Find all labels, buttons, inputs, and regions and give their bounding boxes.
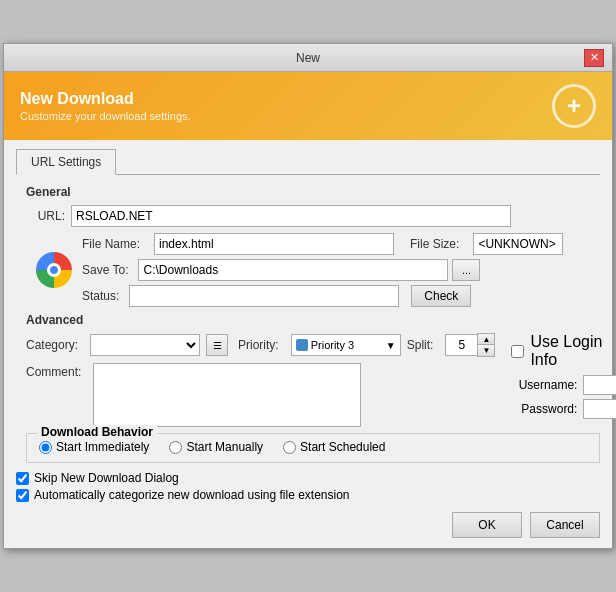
url-input[interactable] [71,205,511,227]
chrome-icon [36,252,72,288]
priority-select-wrapper[interactable]: Priority 3 ▼ [291,334,401,356]
use-login-label: Use Login Info [530,333,616,369]
bottom-checks: Skip New Download Dialog Automatically c… [16,471,600,502]
saveto-row: Save To: ... [82,259,563,281]
general-label: General [26,185,600,199]
saveto-label: Save To: [82,263,134,277]
ok-button[interactable]: OK [452,512,522,538]
download-behavior-section: Download Behavior Start Immediately Star… [26,433,600,463]
category-icon-button[interactable]: ☰ [206,334,228,356]
priority-chevron: ▼ [386,340,396,351]
url-label: URL: [36,209,71,223]
content-area: URL Settings General URL: File Name: [4,140,612,548]
file-details: File Name: File Size: Save To: ... Statu… [82,233,563,307]
radio-group: Start Immediately Start Manually Start S… [39,440,587,454]
header-subtitle: Customize your download settings. [20,110,191,122]
auto-categorize-row[interactable]: Automatically categorize new download us… [16,488,600,502]
radio-manually[interactable]: Start Manually [169,440,263,454]
radio-scheduled[interactable]: Start Scheduled [283,440,385,454]
category-label: Category: [26,338,84,352]
download-behavior-label: Download Behavior [37,425,157,439]
comment-textarea[interactable] [93,363,361,427]
login-panel: Use Login Info Accounts... Username: Pas… [511,333,616,423]
filesize-label: File Size: [410,237,465,251]
browse-button[interactable]: ... [452,259,480,281]
tab-bar: URL Settings [16,148,600,175]
header-text: New Download Customize your download set… [20,90,191,122]
title-bar: New ✕ [4,44,612,72]
skip-dialog-checkbox[interactable] [16,472,29,485]
comment-row: Comment: [26,363,495,427]
cat-priority-row: Category: ☰ Priority: Priority 3 ▼ Split… [26,333,495,357]
radio-immediately-label: Start Immediately [56,440,149,454]
url-row: URL: [36,205,600,227]
comment-label: Comment: [26,363,87,379]
username-label: Username: [511,378,583,392]
header-banner: New Download Customize your download set… [4,72,612,140]
skip-dialog-label: Skip New Download Dialog [34,471,179,485]
split-spinner: ▲ ▼ [477,333,495,357]
radio-scheduled-input[interactable] [283,441,296,454]
saveto-input[interactable] [138,259,448,281]
priority-label: Priority: [238,338,285,352]
status-row: Status: Check [82,285,563,307]
split-label: Split: [407,338,440,352]
general-section: General URL: File Name: File Size: [16,185,600,307]
radio-manually-input[interactable] [169,441,182,454]
priority-color-dot [296,339,308,351]
header-title: New Download [20,90,191,108]
radio-scheduled-label: Start Scheduled [300,440,385,454]
check-button[interactable]: Check [411,285,471,307]
status-label: Status: [82,289,125,303]
window-title: New [32,51,584,65]
auto-categorize-checkbox[interactable] [16,489,29,502]
radio-manually-label: Start Manually [186,440,263,454]
advanced-section: Advanced Category: ☰ Priority: Priority … [16,313,600,427]
file-row: File Name: File Size: Save To: ... Statu… [36,233,600,307]
username-input[interactable] [583,375,616,395]
header-add-icon: + [552,84,596,128]
username-row: Username: [511,375,616,395]
radio-immediately[interactable]: Start Immediately [39,440,149,454]
category-select[interactable] [90,334,200,356]
split-input-wrapper: ▲ ▼ [445,333,495,357]
split-down-button[interactable]: ▼ [478,345,494,356]
password-input[interactable] [583,399,616,419]
radio-immediately-input[interactable] [39,441,52,454]
split-up-button[interactable]: ▲ [478,334,494,345]
cancel-button[interactable]: Cancel [530,512,600,538]
filename-row: File Name: File Size: [82,233,563,255]
password-row: Password: [511,399,616,419]
close-button[interactable]: ✕ [584,49,604,67]
main-window: New ✕ New Download Customize your downlo… [3,43,613,549]
use-login-checkbox[interactable] [511,345,524,358]
auto-categorize-label: Automatically categorize new download us… [34,488,350,502]
advanced-row: Category: ☰ Priority: Priority 3 ▼ Split… [26,333,600,427]
password-label: Password: [511,402,583,416]
skip-dialog-row[interactable]: Skip New Download Dialog [16,471,600,485]
status-input[interactable] [129,285,399,307]
use-login-row: Use Login Info Accounts... [511,333,616,369]
split-input[interactable] [445,334,477,356]
filename-label: File Name: [82,237,146,251]
filename-input[interactable] [154,233,394,255]
tab-url-settings[interactable]: URL Settings [16,149,116,175]
bottom-buttons: OK Cancel [16,512,600,538]
advanced-label: Advanced [26,313,600,327]
filesize-input [473,233,563,255]
priority-value: Priority 3 [311,339,383,351]
advanced-left: Category: ☰ Priority: Priority 3 ▼ Split… [26,333,495,427]
